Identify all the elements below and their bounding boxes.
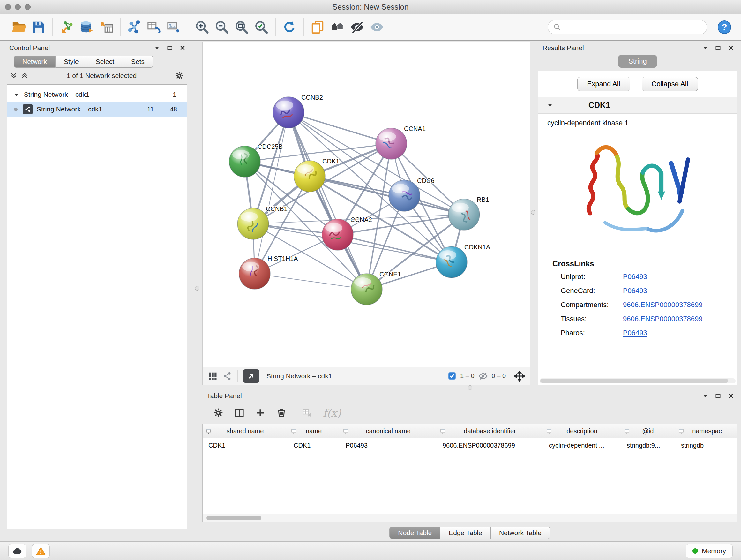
network-edge[interactable]	[255, 112, 288, 273]
detach-view-button[interactable]	[243, 369, 259, 383]
network-collection-row[interactable]: String Network – cdk1 1	[7, 87, 187, 102]
network-node-CDK1[interactable]: CDK1	[294, 158, 339, 192]
network-node-HIST1H1A[interactable]: HIST1H1A	[239, 255, 298, 289]
crosslink-value[interactable]: P06493	[623, 329, 647, 337]
create-column-icon	[255, 408, 266, 418]
network-node-RB1[interactable]: RB1	[448, 196, 489, 230]
home-button[interactable]	[327, 17, 347, 37]
crosslink-value[interactable]: P06493	[623, 273, 647, 281]
crosslink-label: Compartments:	[561, 301, 623, 309]
memory-button[interactable]: Memory	[686, 544, 733, 558]
import-network-database-button[interactable]	[77, 17, 96, 37]
collapse-all-button[interactable]: Collapse All	[642, 77, 698, 91]
crosslink-value[interactable]: P06493	[623, 287, 647, 295]
network-options-gear-button[interactable]	[175, 71, 184, 80]
show-all-button[interactable]	[367, 17, 387, 37]
search-box[interactable]	[548, 20, 707, 35]
panel-close-button[interactable]	[179, 45, 186, 51]
pan-mode-icon	[514, 371, 525, 381]
scrollbar-thumb[interactable]	[206, 516, 261, 520]
refresh-button[interactable]	[280, 17, 299, 37]
import-table-button[interactable]	[96, 17, 116, 37]
zoom-in-button[interactable]	[192, 17, 212, 37]
window-title: Session: New Session	[0, 3, 741, 11]
show-columns-button[interactable]	[234, 408, 245, 418]
panel-close-button[interactable]	[728, 393, 734, 399]
left-splitter-handle[interactable]	[195, 286, 199, 291]
collapse-all-tree-button[interactable]	[21, 72, 28, 79]
collection-caret-icon[interactable]	[13, 91, 19, 98]
network-edge[interactable]	[255, 273, 367, 289]
column-header-database-identifier[interactable]: database identifier	[437, 424, 543, 438]
crosslink-value[interactable]: 9606.ENSP00000378699	[623, 315, 703, 323]
crosslink-value[interactable]: 9606.ENSP00000378699	[623, 301, 703, 309]
tab-sets[interactable]: Sets	[123, 56, 153, 68]
pan-mode-button[interactable]	[514, 371, 525, 381]
help-button[interactable]: ?	[717, 19, 732, 35]
network-node-CCNA1[interactable]: CCNA1	[376, 125, 426, 159]
tab-style[interactable]: Style	[56, 56, 87, 68]
birds-eye-view-button[interactable]	[208, 371, 217, 381]
column-header-description[interactable]: description	[543, 424, 621, 438]
zoom-fit-button[interactable]	[232, 17, 252, 37]
tab-select[interactable]: Select	[87, 56, 123, 68]
network-canvas[interactable]: CCNB2CCNA1CDC25BCDK1CDC6RB1CCNB1CCNA2CDK…	[203, 42, 530, 367]
tab-edge-table[interactable]: Edge Table	[441, 527, 491, 539]
zoom-selected-button[interactable]	[252, 17, 271, 37]
section-caret-icon[interactable]	[547, 102, 553, 109]
tab-node-table[interactable]: Node Table	[389, 527, 441, 539]
create-column-button[interactable]	[255, 408, 266, 418]
table-options-gear-button[interactable]	[213, 408, 223, 418]
import-network-file-button[interactable]	[57, 17, 77, 37]
window-zoom-button[interactable]	[25, 4, 30, 10]
panel-float-button[interactable]	[715, 393, 721, 399]
control-panel-title: Control Panel	[9, 44, 50, 52]
network-node-CCNB2[interactable]: CCNB2	[273, 94, 323, 128]
column-header-@id[interactable]: @id	[621, 424, 675, 438]
crosslink-label: GeneCard:	[561, 287, 623, 295]
new-network-icon	[127, 20, 142, 35]
column-header-name[interactable]: name	[288, 424, 340, 438]
network-node-CDKN1A[interactable]: CDKN1A	[436, 244, 490, 278]
panel-menu-button[interactable]	[702, 393, 709, 399]
new-network-button[interactable]	[125, 17, 144, 37]
table-horizontal-scrollbar[interactable]	[203, 514, 737, 522]
tab-string[interactable]: String	[618, 55, 657, 68]
network-edge[interactable]	[288, 112, 367, 289]
export-image-button[interactable]	[164, 17, 184, 37]
hide-selected-button[interactable]	[347, 17, 367, 37]
bottom-splitter-handle[interactable]	[468, 385, 472, 390]
results-scrollbar[interactable]	[540, 378, 736, 383]
panel-float-button[interactable]	[715, 45, 721, 51]
column-header-shared-name[interactable]: shared name	[203, 424, 288, 438]
delete-column-button[interactable]	[276, 408, 286, 418]
expand-all-button[interactable]: Expand All	[577, 77, 630, 91]
window-close-button[interactable]	[5, 4, 11, 10]
import-network-database-icon	[79, 20, 94, 35]
warnings-button[interactable]	[32, 544, 50, 558]
copy-button[interactable]	[308, 17, 327, 37]
search-input[interactable]	[564, 23, 702, 31]
node-label: CCNA1	[404, 125, 426, 132]
column-header-namespac[interactable]: namespac	[675, 424, 737, 438]
zoom-out-button[interactable]	[212, 17, 232, 37]
tab-network-table[interactable]: Network Table	[491, 527, 550, 539]
network-view-button[interactable]	[144, 17, 164, 37]
network-node-CCNE1[interactable]: CCNE1	[351, 271, 401, 305]
expand-all-tree-button[interactable]	[10, 72, 17, 79]
save-session-button[interactable]	[29, 17, 49, 37]
table-row[interactable]: CDK1CDK1P064939606.ENSP00000378699cyclin…	[203, 438, 737, 452]
right-splitter-handle[interactable]	[531, 210, 536, 214]
column-header-canonical-name[interactable]: canonical name	[340, 424, 437, 438]
panel-close-button[interactable]	[728, 45, 734, 51]
network-row[interactable]: String Network – cdk1 11 48	[7, 102, 187, 117]
network-edge[interactable]	[310, 176, 464, 214]
tab-network[interactable]: Network	[14, 56, 56, 68]
network-edge[interactable]	[288, 112, 391, 144]
panel-menu-button[interactable]	[702, 45, 709, 51]
panel-float-button[interactable]	[166, 45, 173, 51]
panel-menu-button[interactable]	[154, 45, 160, 51]
window-minimize-button[interactable]	[15, 4, 21, 10]
open-session-button[interactable]	[9, 17, 29, 37]
cloud-status-button[interactable]	[8, 544, 26, 558]
